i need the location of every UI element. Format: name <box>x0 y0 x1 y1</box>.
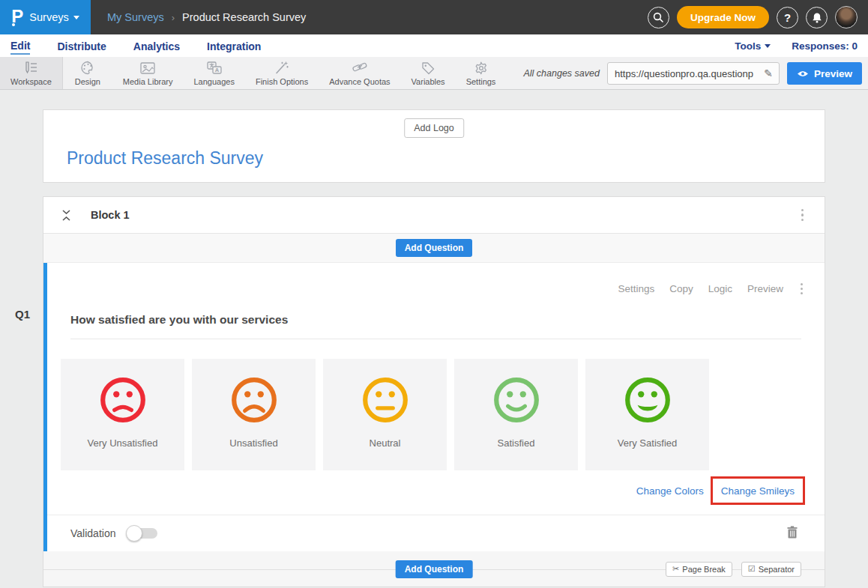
add-question-strip-top: Add Question <box>43 234 825 263</box>
survey-url-input[interactable] <box>608 68 758 79</box>
very-satisfied-smiley-icon <box>623 375 672 425</box>
toolbar-item-label: Finish Options <box>256 77 308 86</box>
add-logo-button[interactable]: Add Logo <box>404 118 464 138</box>
save-status-text: All changes saved <box>524 68 600 79</box>
image-icon <box>139 61 156 76</box>
question-actions: Settings Copy Logic Preview <box>47 263 825 297</box>
tools-menu[interactable]: Tools <box>735 40 771 52</box>
editor-toolbar: Workspace Design Media Library A Languag… <box>0 57 868 90</box>
neutral-smiley-icon <box>361 375 410 425</box>
eye-icon <box>797 70 809 78</box>
change-colors-link[interactable]: Change Colors <box>636 485 704 497</box>
search-icon <box>653 12 663 22</box>
bell-icon <box>812 12 822 23</box>
section-nav: Edit Distribute Analytics Integration To… <box>0 34 868 57</box>
chevron-down-icon <box>73 16 79 19</box>
palette-icon <box>80 61 95 76</box>
smiley-option-unsatisfied[interactable]: Unsatisfied <box>192 359 316 470</box>
block-menu-kebab-icon[interactable] <box>798 206 807 225</box>
upgrade-now-button[interactable]: Upgrade Now <box>677 6 769 28</box>
tools-menu-label: Tools <box>735 40 761 52</box>
user-avatar[interactable] <box>835 6 858 28</box>
chain-links-icon <box>352 61 368 76</box>
toolbar-item-advance-quotas[interactable]: Advance Quotas <box>319 57 400 89</box>
very-unsatisfied-smiley-icon <box>98 375 148 425</box>
questionpro-logo-icon: P <box>11 7 23 25</box>
smiley-option-very-satisfied[interactable]: Very Satisfied <box>585 359 709 470</box>
survey-url-field[interactable]: ✎ <box>607 62 780 85</box>
tab-distribute[interactable]: Distribute <box>57 37 106 54</box>
smiley-option-label: Very Satisfied <box>618 437 678 449</box>
block-header: Block 1 <box>43 197 825 234</box>
smiley-option-label: Satisfied <box>498 437 535 449</box>
toolbar-item-workspace[interactable]: Workspace <box>0 57 63 89</box>
question-preview-link[interactable]: Preview <box>747 283 783 294</box>
translate-icon: A <box>206 61 223 76</box>
tab-analytics[interactable]: Analytics <box>133 37 180 54</box>
question-logic-link[interactable]: Logic <box>708 283 732 294</box>
collapse-block-icon[interactable] <box>62 210 70 221</box>
help-button[interactable]: ? <box>777 7 798 28</box>
toolbar-item-label: Media Library <box>123 77 173 86</box>
question-menu-kebab-icon[interactable] <box>798 281 805 297</box>
notifications-button[interactable] <box>806 7 828 28</box>
product-switcher-label: Surveys <box>29 11 68 23</box>
preview-button-label: Preview <box>814 68 852 79</box>
toolbar-item-variables[interactable]: Variables <box>401 57 456 89</box>
smiley-option-label: Neutral <box>370 437 401 449</box>
workspace-icon <box>23 61 38 76</box>
smiley-option-neutral[interactable]: Neutral <box>323 359 447 470</box>
svg-text:A: A <box>214 67 219 73</box>
page-break-label: Page Break <box>682 565 725 574</box>
satisfied-smiley-icon <box>492 375 541 425</box>
add-question-button-top[interactable]: Add Question <box>396 239 473 257</box>
smiley-option-very-unsatisfied[interactable]: Very Unsatisfied <box>61 359 184 470</box>
survey-editor-canvas: Add Logo Product Research Survey Block 1… <box>0 90 868 587</box>
validation-row: Validation <box>47 515 825 551</box>
toolbar-item-media-library[interactable]: Media Library <box>112 57 184 89</box>
question-copy-link[interactable]: Copy <box>669 283 693 294</box>
tab-edit[interactable]: Edit <box>10 37 30 55</box>
preview-button[interactable]: Preview <box>787 62 862 85</box>
separator-button[interactable]: ☑ Separator <box>741 562 801 577</box>
delete-question-button[interactable] <box>787 526 798 542</box>
block-title[interactable]: Block 1 <box>91 209 130 221</box>
gear-icon <box>474 61 489 76</box>
smiley-option-label: Very Unsatisfied <box>88 437 158 449</box>
block-card: Block 1 Add Question Q1 Settings Copy Lo… <box>43 196 825 587</box>
survey-header-card: Add Logo Product Research Survey <box>43 109 825 183</box>
tab-integration[interactable]: Integration <box>207 37 261 54</box>
toolbar-item-design[interactable]: Design <box>63 57 112 89</box>
smiley-option-satisfied[interactable]: Satisfied <box>454 359 578 470</box>
responses-count[interactable]: Responses: 0 <box>792 40 858 52</box>
question-settings-link[interactable]: Settings <box>618 283 654 294</box>
scissors-icon: ✂ <box>672 564 679 574</box>
tag-icon <box>421 61 435 76</box>
edit-url-icon[interactable]: ✎ <box>758 67 779 79</box>
question-text[interactable]: How satisfied are you with our services <box>70 313 801 327</box>
unsatisfied-smiley-icon <box>229 375 279 425</box>
chevron-down-icon <box>765 44 771 48</box>
add-question-button-bottom[interactable]: Add Question <box>396 560 473 578</box>
survey-title[interactable]: Product Research Survey <box>67 148 263 169</box>
toolbar-item-settings[interactable]: Settings <box>456 57 507 89</box>
toolbar-item-finish-options[interactable]: Finish Options <box>245 57 319 89</box>
search-button[interactable] <box>648 7 669 28</box>
separator-label: Separator <box>759 565 795 574</box>
smiley-customize-links: Change Colors Change Smileys <box>47 476 805 505</box>
breadcrumb-my-surveys[interactable]: My Surveys <box>107 11 164 23</box>
toolbar-item-label: Variables <box>412 77 445 86</box>
page-break-button[interactable]: ✂ Page Break <box>666 562 732 577</box>
toolbar-item-label: Advance Quotas <box>329 77 390 86</box>
product-switcher[interactable]: Surveys <box>29 11 79 23</box>
breadcrumb-separator-icon: › <box>172 12 175 23</box>
toolbar-item-languages[interactable]: A Languages <box>183 57 244 89</box>
checkbox-checked-icon: ☑ <box>748 564 756 574</box>
breadcrumb-current: Product Research Survey <box>182 11 306 23</box>
change-smileys-link[interactable]: Change Smileys <box>721 485 795 497</box>
app-logo-menu[interactable]: P Surveys <box>0 0 91 34</box>
smiley-scale: Very Unsatisfied Unsatisfied <box>61 359 825 470</box>
validation-toggle[interactable] <box>126 525 159 542</box>
question-number-label: Q1 <box>15 308 30 321</box>
validation-label: Validation <box>70 527 115 539</box>
